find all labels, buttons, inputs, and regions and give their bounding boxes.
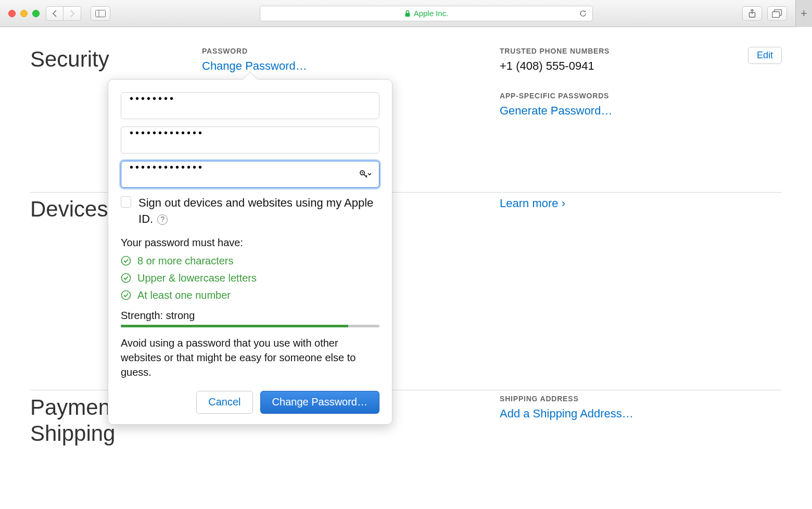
share-button[interactable] <box>742 6 762 21</box>
svg-rect-2 <box>405 13 410 17</box>
signout-devices-label: Sign out devices and websites using my A… <box>138 195 379 227</box>
add-shipping-address-link[interactable]: Add a Shipping Address… <box>500 407 782 421</box>
tabs-button[interactable] <box>767 6 787 21</box>
minimize-window-button[interactable] <box>20 10 28 17</box>
change-password-popover: •••••••• ••••••••••••• ••••••••••••• Sig… <box>108 79 392 425</box>
svg-point-8 <box>362 172 363 173</box>
learn-more-link[interactable]: Learn more <box>500 197 565 210</box>
trusted-phone-label: TRUSTED PHONE NUMBERS <box>500 47 782 55</box>
svg-point-13 <box>122 291 131 300</box>
lock-icon <box>404 10 411 17</box>
svg-rect-0 <box>96 10 106 17</box>
reload-button[interactable] <box>579 9 587 18</box>
password-advice: Avoid using a password that you use with… <box>121 336 379 379</box>
generate-password-link[interactable]: Generate Password… <box>500 104 782 118</box>
svg-point-11 <box>122 257 131 265</box>
page-content: Security PASSWORD Change Password… TRUST… <box>0 27 812 509</box>
strength-meter <box>121 325 379 327</box>
browser-toolbar: Apple Inc. + <box>0 0 812 27</box>
window-controls <box>8 10 40 17</box>
confirm-password-input[interactable]: ••••••••••••• <box>121 161 379 188</box>
zoom-window-button[interactable] <box>32 10 40 17</box>
svg-line-10 <box>366 175 367 176</box>
check-icon <box>121 273 131 283</box>
forward-button[interactable] <box>64 6 81 21</box>
requirement-length: 8 or more characters <box>121 255 379 267</box>
new-tab-button[interactable]: + <box>795 0 812 27</box>
strength-label: Strength: strong <box>121 310 379 322</box>
help-icon[interactable]: ? <box>157 214 168 225</box>
signout-devices-checkbox[interactable] <box>121 196 131 208</box>
trusted-phone-value: +1 (408) 555-0941 <box>500 59 782 73</box>
key-icon[interactable] <box>360 170 371 179</box>
password-requirements-heading: Your password must have: <box>121 237 379 249</box>
cancel-button[interactable]: Cancel <box>196 391 252 414</box>
requirement-case: Upper & lowercase letters <box>121 272 379 284</box>
close-window-button[interactable] <box>8 10 16 17</box>
password-label: PASSWORD <box>202 47 484 55</box>
app-specific-passwords-label: APP-SPECIFIC PASSWORDS <box>500 92 782 100</box>
address-text: Apple Inc. <box>414 9 449 18</box>
nav-buttons <box>46 6 81 21</box>
svg-point-12 <box>122 274 131 283</box>
svg-rect-6 <box>772 11 780 17</box>
new-password-input[interactable]: ••••••••••••• <box>121 126 379 154</box>
change-password-link[interactable]: Change Password… <box>202 59 484 73</box>
check-icon <box>121 290 131 300</box>
change-password-button[interactable]: Change Password… <box>260 391 379 414</box>
address-bar[interactable]: Apple Inc. <box>260 6 593 21</box>
requirement-number: At least one number <box>121 289 379 301</box>
back-button[interactable] <box>46 6 64 21</box>
shipping-address-label: SHIPPING ADDRESS <box>500 395 782 403</box>
edit-button[interactable]: Edit <box>748 47 782 64</box>
current-password-input[interactable]: •••••••• <box>121 92 379 119</box>
sidebar-toggle-button[interactable] <box>91 6 110 21</box>
check-icon <box>121 256 131 266</box>
